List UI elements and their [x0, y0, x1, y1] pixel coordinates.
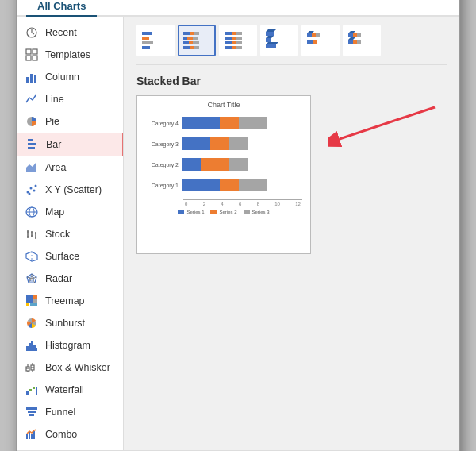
svg-rect-73 [142, 46, 150, 49]
sidebar-item-line-label: Line [45, 94, 64, 105]
sidebar-item-funnel[interactable]: Funnel [17, 401, 123, 423]
recent-icon [25, 25, 39, 40]
histogram-icon [25, 338, 39, 353]
svg-rect-86 [225, 32, 232, 35]
svg-point-16 [35, 185, 37, 187]
cat3-s2 [210, 137, 229, 150]
sidebar-item-sunburst[interactable]: Sunburst [17, 312, 123, 334]
cat1-label: Category 1 [144, 183, 178, 188]
svg-rect-41 [33, 295, 37, 299]
sidebar-item-stock[interactable]: Stock [17, 223, 123, 245]
svg-rect-104 [307, 33, 312, 37]
100-stacked-bar-btn[interactable] [219, 25, 257, 56]
insert-chart-dialog: Insert Chart ? ✕ All Charts Recent [16, 0, 460, 451]
cat2-s3 [229, 158, 248, 171]
svg-rect-105 [312, 33, 316, 37]
sidebar-item-bar[interactable]: Bar [17, 133, 123, 156]
sidebar-item-combo[interactable]: Combo [17, 423, 123, 445]
svg-rect-93 [232, 41, 236, 44]
cat1-s3 [239, 179, 267, 191]
sidebar-item-line[interactable]: Line [17, 88, 123, 110]
svg-rect-3 [26, 56, 31, 60]
svg-point-14 [30, 187, 33, 190]
sidebar-item-surface[interactable]: Surface [17, 245, 123, 268]
svg-rect-50 [36, 348, 37, 351]
svg-rect-1 [26, 49, 31, 54]
sidebar-item-pie[interactable]: Pie [17, 110, 123, 133]
clustered-bar-btn[interactable] [136, 25, 175, 56]
svg-rect-79 [193, 37, 198, 40]
sidebar-item-box-whisker-label: Box & Whisker [45, 362, 110, 373]
100-stacked-3d-bar-btn[interactable] [343, 25, 381, 56]
main-panel: Stacked Bar Chart Title Category 4 [124, 17, 459, 450]
bar-row-cat4: Category 4 [182, 115, 302, 131]
svg-rect-10 [28, 143, 36, 145]
surface-icon [25, 249, 39, 264]
svg-rect-48 [31, 341, 33, 351]
svg-rect-71 [142, 37, 149, 40]
sidebar-item-area[interactable]: Area [17, 156, 123, 179]
sidebar-item-map[interactable]: Map [17, 201, 123, 223]
cat3-label: Category 3 [144, 141, 178, 147]
bar-row-cat2: Category 2 [182, 156, 302, 172]
sidebar-item-templates[interactable]: Templates [17, 44, 123, 66]
axis-ticks: 0 2 4 6 8 10 12 [183, 202, 302, 206]
chart-types-row [136, 25, 447, 65]
box-whisker-icon [25, 360, 39, 375]
svg-rect-76 [194, 32, 199, 35]
svg-line-37 [32, 279, 35, 283]
radar-icon [25, 272, 39, 286]
svg-marker-12 [26, 163, 36, 172]
sidebar-item-box-whisker[interactable]: Box & Whisker [17, 357, 123, 379]
sidebar-item-treemap[interactable]: Treemap [17, 290, 123, 312]
svg-rect-70 [142, 32, 152, 35]
preview-area: Chart Title Category 4 Category 3 [136, 95, 447, 442]
sidebar-item-waterfall-label: Waterfall [45, 384, 84, 395]
cat4-label: Category 4 [144, 121, 178, 126]
sidebar-item-histogram[interactable]: Histogram [17, 334, 123, 357]
sidebar-item-pie-label: Pie [45, 116, 60, 127]
bar-row-cat1: Category 1 [182, 177, 302, 193]
arrow-area [319, 95, 447, 159]
stacked-bar-btn[interactable] [178, 25, 216, 56]
svg-rect-5 [26, 77, 29, 83]
svg-rect-65 [29, 414, 34, 416]
svg-rect-110 [348, 33, 353, 37]
sidebar-item-column[interactable]: Column [17, 66, 123, 88]
stock-icon [25, 227, 39, 241]
sidebar-item-radar[interactable]: Radar [17, 268, 123, 290]
svg-rect-6 [30, 74, 33, 83]
sidebar-item-recent[interactable]: Recent [17, 21, 123, 44]
cat2-s1 [182, 158, 201, 171]
cat4-s1 [182, 117, 220, 129]
svg-rect-68 [31, 434, 33, 439]
selected-type-label: Stacked Bar [136, 75, 447, 87]
svg-rect-44 [30, 303, 37, 306]
line-icon [25, 92, 39, 106]
svg-rect-116 [357, 40, 361, 44]
stacked-3d-bar-btn[interactable] [301, 25, 340, 56]
svg-marker-101 [266, 36, 274, 38]
svg-rect-59 [26, 391, 29, 395]
svg-rect-47 [29, 343, 31, 351]
svg-rect-7 [34, 75, 36, 83]
svg-rect-88 [236, 32, 242, 35]
tab-all-charts[interactable]: All Charts [26, 0, 97, 17]
svg-rect-74 [183, 32, 190, 35]
sidebar-item-radar-label: Radar [45, 273, 72, 284]
svg-point-15 [33, 190, 36, 192]
cat4-s2 [220, 117, 239, 129]
sidebar-item-bar-label: Bar [46, 139, 61, 150]
chart-bars: Category 4 Category 3 [142, 112, 305, 196]
sidebar-item-column-label: Column [45, 71, 79, 83]
svg-rect-42 [33, 299, 37, 303]
svg-rect-106 [316, 33, 320, 37]
sidebar-item-waterfall[interactable]: Waterfall [17, 379, 123, 401]
clustered-3d-bar-btn[interactable] [260, 25, 298, 56]
svg-rect-46 [26, 346, 29, 351]
waterfall-icon [25, 383, 39, 397]
sidebar-item-scatter[interactable]: X Y (Scatter) [17, 179, 123, 201]
svg-rect-90 [232, 37, 236, 40]
svg-rect-96 [232, 46, 236, 49]
svg-rect-66 [26, 434, 28, 439]
